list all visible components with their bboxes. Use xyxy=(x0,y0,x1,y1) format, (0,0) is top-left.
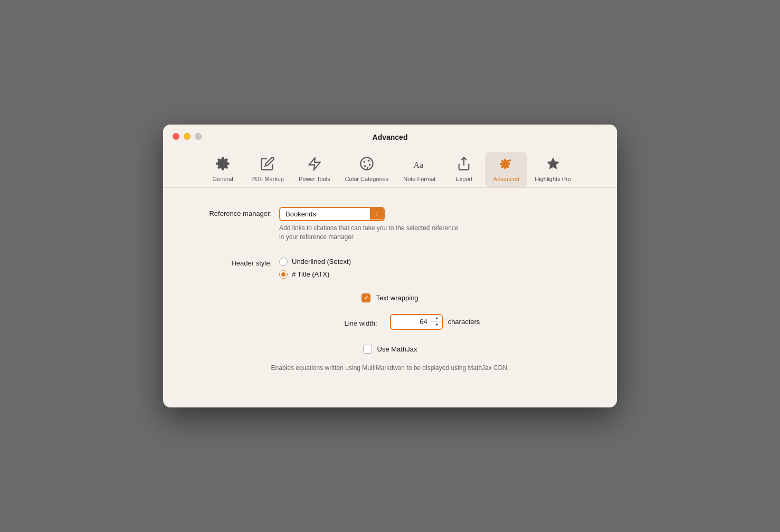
reference-manager-row: Reference manager: Bookends ↕ Add links … xyxy=(195,207,585,242)
stepper-down-button[interactable]: ▼ xyxy=(432,322,442,329)
maximize-button[interactable] xyxy=(195,133,202,140)
bolt-icon xyxy=(307,156,322,173)
tab-general-label: General xyxy=(213,176,233,182)
star-icon xyxy=(546,156,560,173)
mathjax-label: Use MathJax xyxy=(377,345,417,353)
window-title: Advanced xyxy=(373,133,408,148)
gear-advanced-icon xyxy=(499,156,513,173)
svg-text:Aa: Aa xyxy=(413,160,424,170)
svg-point-5 xyxy=(364,165,366,167)
tab-pdf-markup-label: PDF Markup xyxy=(251,176,284,182)
tab-export[interactable]: Export xyxy=(443,152,485,187)
header-style-options: Underlined (Setext) # Title (ATX) xyxy=(279,256,585,279)
tab-color-categories[interactable]: Color Categories xyxy=(338,152,396,187)
tab-pdf-markup[interactable]: PDF Markup xyxy=(244,152,291,187)
tab-general[interactable]: General xyxy=(202,152,244,187)
radio-atx-label: # Title (ATX) xyxy=(292,270,329,278)
reference-manager-label: Reference manager: xyxy=(195,207,279,217)
reference-manager-value: Bookends xyxy=(280,208,370,220)
tab-note-format[interactable]: Aa Note Format xyxy=(396,152,443,187)
svg-marker-10 xyxy=(547,158,559,169)
minimize-button[interactable] xyxy=(184,133,191,140)
text-wrapping-checkbox[interactable]: ✓ xyxy=(362,293,370,302)
svg-point-3 xyxy=(368,160,370,162)
export-icon xyxy=(456,156,471,173)
radio-atx[interactable]: # Title (ATX) xyxy=(279,270,585,279)
svg-point-4 xyxy=(369,164,371,166)
radio-underlined-label: Underlined (Setext) xyxy=(292,258,351,265)
mathjax-section: Use MathJax Enables equations written us… xyxy=(195,345,585,372)
line-width-label: Line width: xyxy=(300,317,385,327)
gear-icon xyxy=(215,156,230,173)
text-aa-icon: Aa xyxy=(412,156,427,173)
radio-underlined[interactable]: Underlined (Setext) xyxy=(279,258,585,266)
characters-label: characters xyxy=(448,318,480,326)
svg-point-2 xyxy=(363,161,365,163)
close-button[interactable] xyxy=(173,133,179,140)
header-style-row: Header style: Underlined (Setext) # Titl… xyxy=(195,256,585,279)
line-width-input[interactable]: 64 ▲ ▼ xyxy=(390,314,443,330)
tab-advanced[interactable]: Advanced xyxy=(485,152,527,187)
reference-manager-help: Add links to citations that can take you… xyxy=(279,224,459,242)
title-bar: Advanced xyxy=(163,125,617,148)
settings-content: Reference manager: Bookends ↕ Add links … xyxy=(163,188,617,407)
select-arrow-icon: ↕ xyxy=(370,208,384,220)
radio-underlined-circle[interactable] xyxy=(279,258,288,266)
mathjax-checkbox[interactable] xyxy=(363,345,372,354)
tab-note-format-label: Note Format xyxy=(403,176,435,182)
mathjax-help-text: Enables equations written using MultiMar… xyxy=(271,364,509,372)
tab-highlights-pro[interactable]: Highlights Pro xyxy=(527,152,578,187)
header-style-label: Header style: xyxy=(195,256,279,267)
pencil-icon xyxy=(260,156,275,173)
tab-export-label: Export xyxy=(455,176,472,182)
tab-color-categories-label: Color Categories xyxy=(345,176,389,182)
app-window: Advanced General PDF Markup xyxy=(163,125,617,407)
line-width-value: 64 xyxy=(391,316,432,328)
radio-atx-circle[interactable] xyxy=(279,270,288,279)
checkmark-icon: ✓ xyxy=(364,295,368,301)
reference-manager-control: Bookends ↕ Add links to citations that c… xyxy=(279,207,585,242)
mathjax-row: Use MathJax xyxy=(363,345,417,354)
stepper-up-button[interactable]: ▲ xyxy=(432,315,442,322)
text-wrapping-label: Text wrapping xyxy=(376,294,418,302)
tab-power-tools[interactable]: Power Tools xyxy=(291,152,338,187)
reference-manager-select[interactable]: Bookends ↕ xyxy=(279,207,385,221)
tab-power-tools-label: Power Tools xyxy=(299,176,330,182)
text-wrapping-section: ✓ Text wrapping Line width: 64 ▲ ▼ chara… xyxy=(195,293,585,330)
tab-highlights-pro-label: Highlights Pro xyxy=(535,176,570,182)
tab-advanced-label: Advanced xyxy=(493,176,519,182)
svg-point-1 xyxy=(360,158,373,170)
line-width-stepper: ▲ ▼ xyxy=(432,315,442,329)
header-style-control: Underlined (Setext) # Title (ATX) xyxy=(279,256,585,279)
toolbar: General PDF Markup Power Tools xyxy=(163,148,617,188)
svg-point-9 xyxy=(509,159,511,162)
text-wrapping-row: ✓ Text wrapping xyxy=(362,293,418,302)
traffic-lights xyxy=(173,133,202,140)
palette-icon xyxy=(359,156,374,173)
